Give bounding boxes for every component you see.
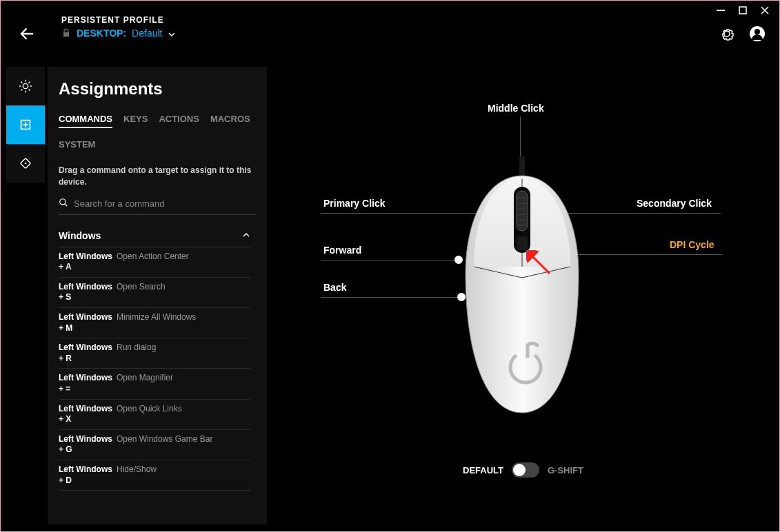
svg-point-17 [60, 198, 66, 204]
svg-rect-19 [519, 156, 525, 177]
svg-point-16 [25, 163, 27, 165]
rail-sensitivity[interactable] [6, 144, 45, 183]
back-button[interactable] [17, 24, 37, 43]
svg-line-12 [29, 81, 30, 83]
command-row[interactable]: Left Windows + SOpen Search [59, 278, 250, 308]
command-row[interactable]: Left Windows + RRun dialog [59, 338, 250, 369]
leader-line [321, 260, 459, 260]
command-row[interactable]: Left Windows + AOpen Action Center [59, 247, 250, 278]
tab-commands[interactable]: COMMANDS [59, 114, 112, 128]
chevron-down-icon [168, 29, 176, 37]
tab-system[interactable]: SYSTEM [59, 139, 95, 152]
command-desc: Open Magnifier [117, 373, 250, 384]
svg-point-4 [23, 83, 28, 88]
profile-selector[interactable]: DESKTOP: Default [61, 28, 176, 39]
label-middle-click: Middle Click [488, 103, 544, 114]
command-desc: Open Windows Game Bar [117, 434, 250, 445]
profile-label: PERSISTENT PROFILE [61, 15, 176, 25]
command-key: Left Windows + A [59, 252, 117, 273]
profile-prefix: DESKTOP: [77, 28, 126, 39]
svg-rect-29 [517, 236, 528, 250]
search-icon [59, 198, 68, 210]
command-row[interactable]: Left Windows + MMinimize All Windows [59, 308, 250, 338]
command-row[interactable]: Left Windows + =Open Magnifier [59, 369, 250, 399]
label-primary-click: Primary Click [323, 198, 386, 209]
tab-actions[interactable]: ACTIONS [159, 114, 199, 128]
rail-lighting[interactable] [6, 67, 45, 105]
svg-line-11 [21, 90, 22, 91]
command-desc: Open Action Center [117, 252, 250, 263]
account-button[interactable] [749, 25, 766, 42]
tab-keys[interactable]: KEYS [123, 114, 148, 128]
svg-line-10 [29, 90, 30, 91]
panel-hint: Drag a command onto a target to assign i… [59, 165, 256, 188]
label-dpi-cycle[interactable]: DPI Cycle [670, 239, 714, 250]
svg-rect-21 [517, 191, 528, 231]
mode-gshift-label: G-SHIFT [548, 465, 583, 475]
svg-line-30 [530, 254, 550, 274]
profile-name: Default [132, 28, 162, 39]
gshift-toggle[interactable] [512, 462, 539, 478]
rail-assignments[interactable] [6, 105, 45, 144]
search-input[interactable] [74, 198, 256, 209]
command-row[interactable]: Left Windows + DHide/Show [59, 460, 250, 491]
arrow-annotation [526, 250, 554, 278]
chevron-up-icon [242, 230, 250, 241]
svg-point-3 [754, 29, 760, 34]
command-desc: Hide/Show [117, 464, 250, 475]
label-back: Back [323, 282, 346, 293]
lock-icon [61, 28, 71, 38]
svg-line-9 [21, 81, 22, 83]
command-key: Left Windows + = [59, 373, 117, 394]
command-desc: Minimize All Windows [117, 312, 250, 323]
mouse-illustration [453, 156, 591, 432]
tab-macros[interactable]: MACROS [210, 114, 250, 128]
svg-line-18 [65, 203, 68, 206]
panel-title: Assignments [59, 79, 256, 99]
command-list[interactable]: Windows Left Windows + AOpen Action Cent… [59, 225, 256, 521]
command-key: Left Windows + G [59, 434, 117, 456]
command-row[interactable]: Left Windows + XOpen Quick Links [59, 400, 250, 430]
command-desc: Open Quick Links [117, 404, 250, 415]
settings-button[interactable] [719, 25, 735, 42]
command-key: Left Windows + S [59, 282, 117, 303]
command-group-name: Windows [59, 230, 101, 241]
command-row[interactable]: Left Windows + GOpen Windows Game Bar [59, 430, 250, 460]
command-key: Left Windows + D [59, 464, 117, 486]
label-forward: Forward [323, 245, 361, 256]
command-group-header[interactable]: Windows [59, 225, 250, 247]
command-desc: Run dialog [117, 342, 250, 354]
mode-default-label: DEFAULT [463, 465, 503, 475]
command-key: Left Windows + X [59, 404, 117, 425]
command-key: Left Windows + R [59, 342, 117, 364]
label-secondary-click: Secondary Click [637, 198, 712, 209]
command-key: Left Windows + M [59, 312, 117, 334]
leader-line [321, 297, 461, 298]
command-desc: Open Search [117, 282, 250, 293]
